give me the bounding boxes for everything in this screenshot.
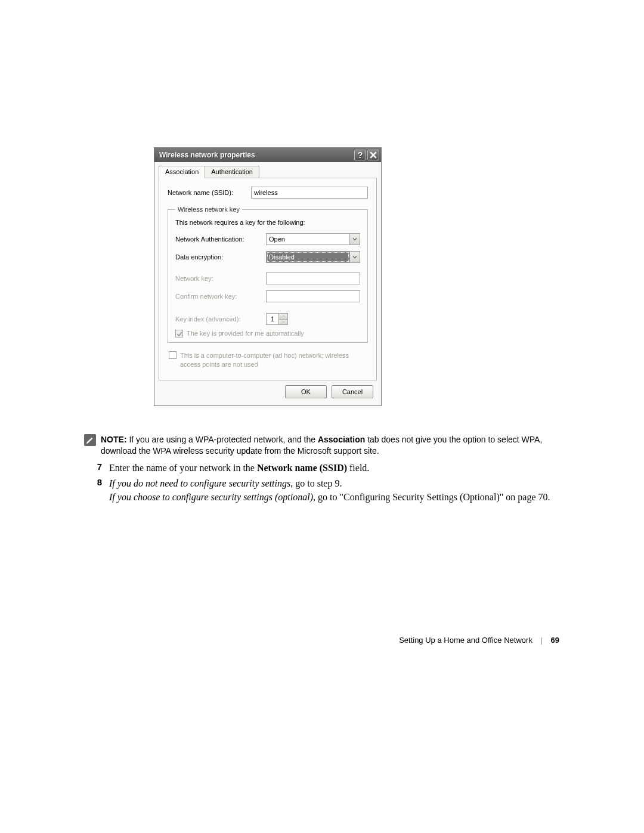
network-key-label: Network key: xyxy=(175,275,266,282)
data-encryption-value: Disabled xyxy=(267,252,349,262)
data-encryption-label: Data encryption: xyxy=(175,253,266,261)
tab-authentication[interactable]: Authentication xyxy=(205,166,259,178)
note-text: NOTE: If you are using a WPA-protected n… xyxy=(101,434,561,457)
close-button[interactable] xyxy=(367,150,379,160)
step-7-number: 7 xyxy=(84,462,102,475)
chevron-down-icon xyxy=(349,252,360,262)
step-8-number: 8 xyxy=(84,477,102,504)
wireless-key-group: Wireless network key This network requir… xyxy=(168,206,368,343)
tab-strip: Association Authentication xyxy=(159,166,377,178)
key-index-spinner: 1 xyxy=(266,313,288,325)
step-7-bold: Network name (SSID) xyxy=(257,463,347,473)
ssid-label: Network name (SSID): xyxy=(168,189,251,196)
check-icon xyxy=(177,331,182,337)
wireless-key-legend: Wireless network key xyxy=(175,206,242,213)
wireless-network-properties-dialog: Wireless network properties ? Associatio… xyxy=(154,147,382,406)
ssid-input[interactable] xyxy=(251,187,368,199)
note-text-a: If you are using a WPA-protected network… xyxy=(127,435,318,444)
chevron-down-icon xyxy=(349,234,360,244)
auto-key-label: The key is provided for me automatically xyxy=(187,330,304,337)
auto-key-checkbox xyxy=(175,330,183,337)
note-block: NOTE: If you are using a WPA-protected n… xyxy=(84,434,561,457)
spinner-down-icon xyxy=(279,320,287,325)
step-8-ital-a: If you do not need to configure security… xyxy=(109,478,290,488)
ok-button[interactable]: OK xyxy=(285,385,327,398)
data-encryption-combo[interactable]: Disabled xyxy=(266,251,360,263)
confirm-key-input xyxy=(266,290,360,302)
network-auth-value: Open xyxy=(267,234,349,244)
adhoc-checkbox xyxy=(169,351,177,359)
tab-association[interactable]: Association xyxy=(159,166,205,178)
network-auth-label: Network Authentication: xyxy=(175,236,266,243)
network-key-input xyxy=(266,272,360,284)
spinner-up-icon xyxy=(279,314,287,320)
step-7-text-b: field. xyxy=(347,463,369,473)
note-icon xyxy=(84,434,96,446)
step-8-text-b: , go to "Configuring Security Settings (… xyxy=(313,492,550,502)
step-8-text-a: , go to step 9. xyxy=(290,478,342,488)
adhoc-label: This is a computer-to-computer (ad hoc) … xyxy=(180,351,367,369)
help-button[interactable]: ? xyxy=(354,150,366,160)
footer-section: Setting Up a Home and Office Network xyxy=(399,636,532,645)
confirm-key-label: Confirm network key: xyxy=(175,293,266,300)
wireless-key-info: This network requires a key for the foll… xyxy=(175,219,360,226)
close-icon xyxy=(370,151,377,159)
dialog-titlebar: Wireless network properties ? xyxy=(154,148,381,162)
dialog-title: Wireless network properties xyxy=(159,151,255,159)
document-body: NOTE: If you are using a WPA-protected n… xyxy=(84,434,561,505)
key-index-value: 1 xyxy=(266,313,279,325)
cancel-button[interactable]: Cancel xyxy=(332,385,373,398)
key-index-label: Key index (advanced): xyxy=(175,315,266,323)
note-label: NOTE: xyxy=(101,435,127,444)
footer-separator: | xyxy=(541,636,543,645)
step-7-text-a: Enter the name of your network in the xyxy=(109,463,257,473)
page-footer: Setting Up a Home and Office Network | 6… xyxy=(0,636,644,645)
note-association-bold: Association xyxy=(318,435,365,444)
tab-association-content: Network name (SSID): Wireless network ke… xyxy=(159,178,377,380)
step-8: 8 If you do not need to configure securi… xyxy=(84,477,561,504)
step-7: 7 Enter the name of your network in the … xyxy=(84,462,561,475)
network-auth-combo[interactable]: Open xyxy=(266,233,360,245)
footer-page-number: 69 xyxy=(551,636,559,645)
step-8-ital-b: If you choose to configure security sett… xyxy=(109,492,313,502)
